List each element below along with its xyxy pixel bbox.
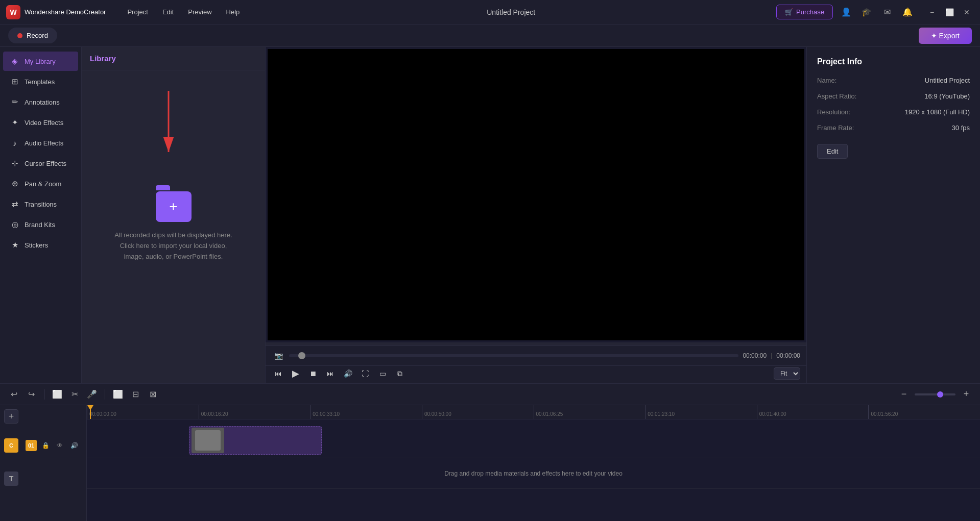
project-info-title: Project Info xyxy=(817,57,970,66)
playhead-triangle xyxy=(87,405,93,410)
zoom-slider[interactable] xyxy=(915,393,955,395)
redo-button[interactable]: ↪ xyxy=(23,387,39,402)
undo-button[interactable]: ↩ xyxy=(6,387,21,402)
maximize-button[interactable]: ⬜ xyxy=(942,5,957,19)
sidebar-item-transitions[interactable]: ⇄ Transitions xyxy=(3,194,78,214)
video-canvas xyxy=(268,49,804,340)
window-controls: − ⬜ ✕ xyxy=(925,5,974,19)
volume-button[interactable]: 🔊 xyxy=(341,367,354,380)
clip-thumbnail xyxy=(192,428,224,453)
split-button[interactable]: ⊠ xyxy=(145,387,160,402)
notification-icon[interactable]: 🔔 xyxy=(900,5,915,19)
stop-button[interactable]: ⏹ xyxy=(306,367,320,380)
text-track-icon: T xyxy=(4,472,18,486)
nav-project[interactable]: Project xyxy=(121,5,154,19)
timeline-ruler: 00:00:00:00 00:00:16:20 00:00:33:10 00:0… xyxy=(87,405,980,419)
project-name-row: Name: Untitled Project xyxy=(817,77,970,84)
import-folder-button[interactable]: + xyxy=(156,191,192,222)
edu-icon[interactable]: 🎓 xyxy=(859,5,874,19)
track-lock-icon[interactable]: 🔒 xyxy=(40,440,51,451)
sidebar-item-audio-effects[interactable]: ♪ Audio Effects xyxy=(3,133,78,153)
nav-help[interactable]: Help xyxy=(220,5,246,19)
sidebar-item-video-effects[interactable]: ✦ Video Effects xyxy=(3,113,78,132)
cut-button[interactable]: ✂ xyxy=(67,387,82,402)
annotations-icon: ✏ xyxy=(10,97,19,107)
top-bar: W Wondershare DemoCreator Project Edit P… xyxy=(0,0,980,24)
video-effects-icon: ✦ xyxy=(10,118,19,127)
sidebar-item-templates[interactable]: ⊞ Templates xyxy=(3,72,78,91)
zoom-in-button[interactable]: + xyxy=(959,387,974,402)
zoom-handle[interactable] xyxy=(937,391,943,398)
import-arrow xyxy=(161,91,176,167)
pip-button[interactable]: ⧉ xyxy=(393,367,407,380)
sidebar-label-cursor-effects: Cursor Effects xyxy=(25,160,66,167)
purchase-button[interactable]: 🛒 Purchase xyxy=(776,5,833,19)
bottom-section: ↩ ↪ ⬜ ✂ 🎤 ⬜ ⊟ ⊠ − + + C 01 🔒 👁 xyxy=(0,383,980,521)
track-controls: 01 🔒 👁 🔊 xyxy=(21,437,84,454)
aspect-ratio-label: Aspect Ratio: xyxy=(817,92,856,100)
sidebar-item-annotations[interactable]: ✏ Annotations xyxy=(3,92,78,112)
brand-kits-icon: ◎ xyxy=(10,220,19,229)
group-button[interactable]: ⊟ xyxy=(128,387,143,402)
clip-thumb-inner xyxy=(195,430,221,451)
export-button[interactable]: ✦ Export xyxy=(919,28,972,44)
ruler-mark-6: 00:01:40:00 xyxy=(757,405,869,419)
record-button[interactable]: Record xyxy=(8,28,57,43)
aspect-ratio-value: 16:9 (YouTube) xyxy=(924,92,970,100)
track-number: 01 xyxy=(26,440,37,451)
timeline-area: + C 01 🔒 👁 🔊 T 00:00:00:00 00:00:16: xyxy=(0,405,980,521)
project-edit-button[interactable]: Edit xyxy=(817,144,848,159)
crop-button[interactable]: ⬜ xyxy=(50,387,65,402)
ruler-mark-3: 00:00:50:00 xyxy=(422,405,534,419)
skip-forward-button[interactable]: ⏭ xyxy=(324,367,337,380)
sidebar-item-brand-kits[interactable]: ◎ Brand Kits xyxy=(3,215,78,234)
ruler-mark-7: 00:01:56:20 xyxy=(868,405,980,419)
screenshot-button[interactable]: 📷 xyxy=(272,349,285,362)
caption-button[interactable]: ⬜ xyxy=(110,387,126,402)
app-logo: W xyxy=(6,5,20,19)
timeline-tracks: Drag and drop media materials and effect… xyxy=(87,419,980,492)
skip-back-button[interactable]: ⏮ xyxy=(272,367,285,380)
timeline-content[interactable]: 00:00:00:00 00:00:16:20 00:00:33:10 00:0… xyxy=(87,405,980,521)
ruler-mark-0: 00:00:00:00 xyxy=(87,405,199,419)
purchase-icon: 🛒 xyxy=(785,8,793,16)
nav-edit[interactable]: Edit xyxy=(156,5,180,19)
progress-bar[interactable] xyxy=(289,354,738,357)
fit-select[interactable]: Fit xyxy=(774,367,800,380)
sidebar-item-my-library[interactable]: ◈ My Library xyxy=(3,52,78,71)
sidebar-label-video-effects: Video Effects xyxy=(25,119,63,127)
cursor-effects-icon: ⊹ xyxy=(10,159,19,168)
frame-rate-row: Frame Rate: 30 fps xyxy=(817,124,970,132)
nav-preview[interactable]: Preview xyxy=(182,5,218,19)
sidebar-item-pan-zoom[interactable]: ⊕ Pan & Zoom xyxy=(3,174,78,193)
playback-controls: ⏮ ▶ ⏹ ⏭ 🔊 ⛶ ▭ ⧉ Fit xyxy=(266,365,806,383)
logo-area: W Wondershare DemoCreator xyxy=(6,5,106,19)
toolbar-sep-2 xyxy=(105,389,105,400)
main-content: ◈ My Library ⊞ Templates ✏ Annotations ✦… xyxy=(0,47,980,383)
aspect-ratio-row: Aspect Ratio: 16:9 (YouTube) xyxy=(817,92,970,100)
add-track-button[interactable]: + xyxy=(4,409,18,424)
name-value: Untitled Project xyxy=(925,77,970,84)
library-body[interactable]: + All recorded clips will be displayed h… xyxy=(82,70,265,383)
sidebar-label-pan-zoom: Pan & Zoom xyxy=(25,180,61,188)
fullscreen-button[interactable]: ⛶ xyxy=(358,367,372,380)
media-clip[interactable] xyxy=(189,426,322,455)
track-mute-icon[interactable]: 🔊 xyxy=(68,440,80,451)
audio-button[interactable]: 🎤 xyxy=(84,387,100,402)
minimize-button[interactable]: − xyxy=(925,5,939,19)
close-button[interactable]: ✕ xyxy=(960,5,974,19)
toolbar-sep-1 xyxy=(44,389,44,400)
play-button[interactable]: ▶ xyxy=(289,367,302,380)
user-icon[interactable]: 👤 xyxy=(839,5,853,19)
timeline-playhead[interactable] xyxy=(90,405,91,419)
progress-handle[interactable] xyxy=(298,352,305,359)
track-visible-icon[interactable]: 👁 xyxy=(54,440,65,451)
zoom-out-button[interactable]: − xyxy=(896,387,912,402)
sidebar-item-stickers[interactable]: ★ Stickers xyxy=(3,235,78,255)
ruler-mark-1: 00:00:16:20 xyxy=(199,405,310,419)
project-title: Untitled Project xyxy=(256,8,766,16)
sidebar-label-annotations: Annotations xyxy=(25,98,60,106)
sidebar-item-cursor-effects[interactable]: ⊹ Cursor Effects xyxy=(3,154,78,173)
mail-icon[interactable]: ✉ xyxy=(880,5,894,19)
aspect-ratio-button[interactable]: ▭ xyxy=(376,367,389,380)
